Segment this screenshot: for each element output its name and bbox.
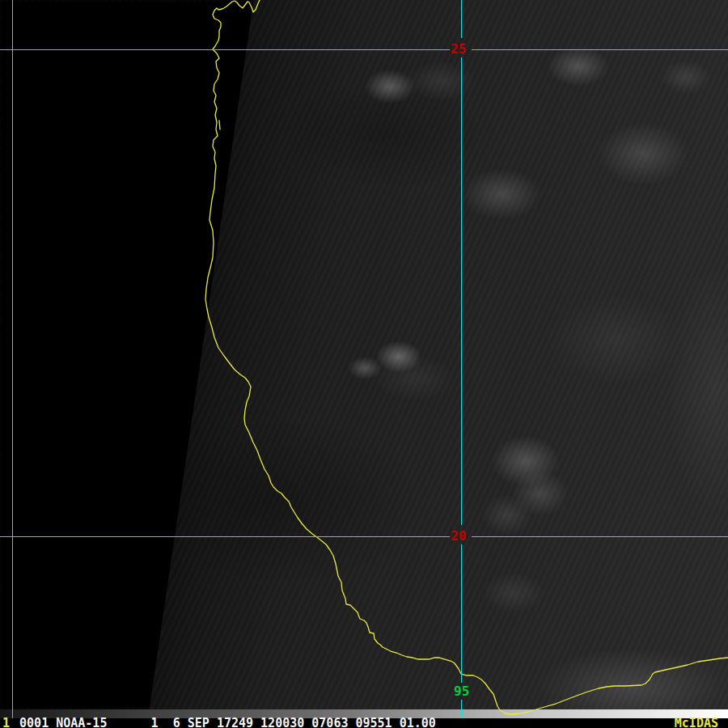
coastline-lagoon-tick (219, 121, 220, 129)
frame-number: 1 (0, 718, 10, 728)
mcidas-image-window: 25 20 95 1 0001 NOAA-15 1 6 SEP 17249 12… (0, 0, 728, 728)
frame-info-text: 0001 NOAA-15 1 6 SEP 17249 120030 07063 … (10, 718, 436, 728)
latitude-line-25-seg2 (472, 49, 728, 50)
coastline-overlay (0, 0, 728, 728)
latitude-line-20-seg2 (472, 536, 728, 537)
status-bar: 1 0001 NOAA-15 1 6 SEP 17249 120030 0706… (0, 718, 728, 728)
longitude-line-95-seg3 (461, 544, 462, 683)
latitude-line-25-seg1 (0, 49, 450, 50)
latitude-label-25: 25 (451, 44, 466, 55)
longitude-label-95: 95 (454, 686, 469, 697)
longitude-line-95-seg4 (461, 700, 462, 718)
latitude-label-20: 20 (451, 531, 466, 542)
mcidas-brand-label: McIDAS (675, 718, 718, 728)
coastline-path (205, 0, 728, 714)
longitude-line-95-seg1 (461, 0, 462, 38)
longitude-line-west (12, 0, 13, 718)
longitude-line-95-seg2 (461, 57, 462, 525)
latitude-line-20-seg1 (0, 536, 450, 537)
